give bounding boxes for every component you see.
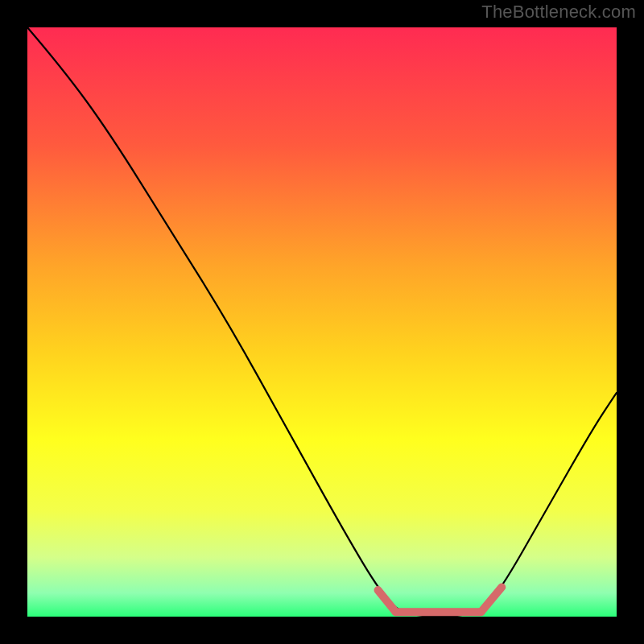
watermark-text: TheBottleneck.com (481, 2, 636, 23)
chart-frame: TheBottleneck.com (0, 0, 644, 644)
gradient-background (27, 27, 617, 617)
chart-plot (27, 27, 617, 617)
